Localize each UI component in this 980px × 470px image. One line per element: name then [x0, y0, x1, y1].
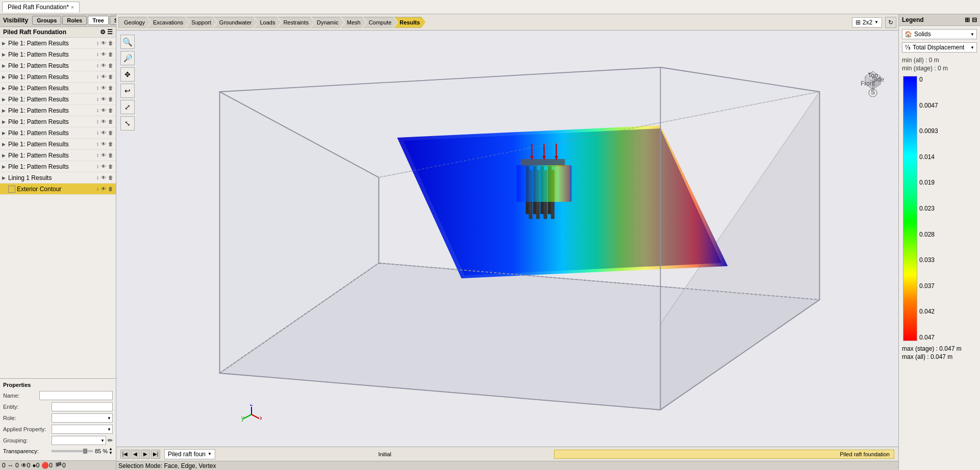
expand-button[interactable]: ⤢: [120, 100, 135, 114]
item-eye-icon[interactable]: 👁: [100, 40, 107, 46]
item-delete-icon[interactable]: 🗑: [108, 40, 114, 46]
tree-item[interactable]: ▶ Pile 1: Pattern Results ↕ 👁 🗑: [0, 116, 116, 127]
slider-thumb[interactable]: [83, 449, 87, 454]
grid-layout-select[interactable]: ⊞ 2x2 ▼: [852, 17, 882, 28]
tree-item[interactable]: ▶ Pile 1: Pattern Results ↕ 👁 🗑: [0, 127, 116, 139]
tree-item[interactable]: ▶ Pile 1: Pattern Results ↕ 👁 🗑: [0, 139, 116, 150]
display-mode-dropdown[interactable]: 🏠 Solids ▼: [902, 29, 977, 39]
item-eye-icon[interactable]: 👁: [100, 51, 107, 57]
item-move-icon[interactable]: ↕: [96, 85, 99, 91]
zoom-in-button[interactable]: 🔍: [120, 35, 135, 49]
transparency-decrement[interactable]: ▼: [109, 451, 113, 455]
tree-item[interactable]: ▶ Lining 1 Results ↕ 👁 🗑: [0, 172, 116, 184]
tree-item[interactable]: ▶ Pile 1: Pattern Results ↕ 👁 🗑: [0, 71, 116, 83]
item-eye-icon[interactable]: 👁: [100, 152, 107, 158]
item-delete-icon[interactable]: 🗑: [108, 119, 114, 124]
document-tab[interactable]: Piled Raft Foundation* ×: [2, 2, 80, 12]
item-move-icon[interactable]: ↕: [96, 119, 99, 124]
tree-item[interactable]: ▶ Pile 1: Pattern Results ↕ 👁 🗑: [0, 105, 116, 116]
workflow-step-loads[interactable]: Loads: [254, 17, 281, 28]
nav-first-button[interactable]: |◀: [120, 450, 130, 459]
item-delete-icon[interactable]: 🗑: [108, 130, 114, 136]
tree-item[interactable]: ▶ Pile 1: Pattern Results ↕ 👁 🗑: [0, 38, 116, 49]
tree-item[interactable]: ▶ Pile 1: Pattern Results ↕ 👁 🗑: [0, 60, 116, 71]
tab-tree[interactable]: Tree: [88, 16, 109, 25]
workflow-step-restraints[interactable]: Restraints: [278, 17, 314, 28]
item-eye-icon[interactable]: 👁: [100, 119, 107, 124]
nav-next-button[interactable]: ▶: [141, 450, 150, 459]
item-delete-icon[interactable]: 🗑: [108, 85, 114, 91]
role-select[interactable]: ▼: [52, 413, 113, 423]
viewport[interactable]: 🔍 🔎 ✥ ↩ ⤢ ⤡: [116, 31, 898, 447]
workflow-step-support[interactable]: Support: [186, 17, 217, 28]
item-delete-icon[interactable]: 🗑: [108, 141, 114, 147]
item-delete-icon[interactable]: 🗑: [108, 186, 114, 192]
workflow-step-groundwater[interactable]: Groundwater: [214, 17, 258, 28]
pan-button[interactable]: ✥: [120, 67, 135, 82]
item-move-icon[interactable]: ↕: [96, 51, 99, 57]
navigation-cube[interactable]: Top Front Side S: [858, 61, 888, 97]
item-delete-icon[interactable]: 🗑: [108, 108, 114, 113]
item-delete-icon[interactable]: 🗑: [108, 152, 114, 158]
item-move-icon[interactable]: ↕: [96, 152, 99, 158]
tree-item[interactable]: ▶ Pile 1: Pattern Results ↕ 👁 🗑: [0, 150, 116, 161]
legend-chart-icon[interactable]: ⊞: [965, 16, 970, 23]
workflow-step-results[interactable]: Results: [394, 17, 425, 28]
item-move-icon[interactable]: ↕: [96, 74, 99, 80]
item-eye-icon[interactable]: 👁: [100, 186, 107, 192]
item-delete-icon[interactable]: 🗑: [108, 63, 114, 68]
legend-settings-icon[interactable]: ⊟: [972, 16, 977, 23]
item-move-icon[interactable]: ↕: [96, 40, 99, 46]
nav-prev-button[interactable]: ◀: [131, 450, 140, 459]
nav-last-button[interactable]: ▶|: [151, 450, 160, 459]
item-delete-icon[interactable]: 🗑: [108, 164, 114, 169]
item-delete-icon[interactable]: 🗑: [108, 51, 114, 57]
item-move-icon[interactable]: ↕: [96, 96, 99, 102]
tree-item[interactable]: ▶ Pile 1: Pattern Results ↕ 👁 🗑: [0, 161, 116, 172]
item-move-icon[interactable]: ↕: [96, 175, 99, 180]
tree-item[interactable]: ▶ Pile 1: Pattern Results ↕ 👁 🗑: [0, 49, 116, 60]
item-move-icon[interactable]: ↕: [96, 164, 99, 169]
applied-prop-select[interactable]: ▼: [52, 425, 113, 434]
item-delete-icon[interactable]: 🗑: [108, 96, 114, 102]
undo-button[interactable]: ↩: [120, 84, 135, 98]
item-move-icon[interactable]: ↕: [96, 186, 99, 192]
phase-selector[interactable]: Piled raft foun ▼: [164, 449, 215, 459]
item-eye-icon[interactable]: 👁: [100, 164, 107, 169]
workflow-step-dynamic[interactable]: Dynamic: [311, 17, 344, 28]
tab-close-button[interactable]: ×: [71, 5, 74, 10]
tree-item[interactable]: ▶ Pile 1: Pattern Results ↕ 👁 🗑: [0, 83, 116, 94]
item-eye-icon[interactable]: 👁: [100, 175, 107, 180]
item-eye-icon[interactable]: 👁: [100, 108, 107, 113]
tab-roles[interactable]: Roles: [62, 16, 87, 25]
workflow-step-mesh[interactable]: Mesh: [341, 17, 366, 28]
tab-groups[interactable]: Groups: [32, 16, 61, 25]
workflow-step-compute[interactable]: Compute: [363, 17, 397, 28]
workflow-step-excavations[interactable]: Excavations: [147, 17, 189, 28]
item-delete-icon[interactable]: 🗑: [108, 175, 114, 180]
workflow-step-geology[interactable]: Geology: [118, 17, 150, 28]
piled-raft-add-icon[interactable]: ☰: [107, 29, 113, 36]
item-eye-icon[interactable]: 👁: [100, 74, 107, 80]
item-move-icon[interactable]: ↕: [96, 130, 99, 136]
item-eye-icon[interactable]: 👁: [100, 96, 107, 102]
exterior-contour-item[interactable]: Exterior Contour ↕ 👁 🗑: [0, 184, 116, 195]
item-move-icon[interactable]: ↕: [96, 141, 99, 147]
item-move-icon[interactable]: ↕: [96, 108, 99, 113]
item-eye-icon[interactable]: 👁: [100, 63, 107, 68]
item-eye-icon[interactable]: 👁: [100, 141, 107, 147]
result-type-dropdown[interactable]: ⁷⁄₃ Total Displacement ▼: [902, 42, 977, 53]
grouping-edit-icon[interactable]: ✏: [108, 437, 113, 444]
transparency-slider[interactable]: [52, 450, 93, 452]
tree-item[interactable]: ▶ Pile 1: Pattern Results ↕ 👁 🗑: [0, 94, 116, 105]
item-delete-icon[interactable]: 🗑: [108, 74, 114, 80]
piled-raft-settings-icon[interactable]: ⚙: [100, 29, 106, 36]
item-eye-icon[interactable]: 👁: [100, 130, 107, 136]
name-input[interactable]: [39, 391, 113, 400]
zoom-out-button[interactable]: 🔎: [120, 51, 135, 65]
fit-button[interactable]: ⤡: [120, 116, 135, 130]
refresh-button[interactable]: ↻: [885, 17, 896, 28]
item-move-icon[interactable]: ↕: [96, 63, 99, 68]
item-eye-icon[interactable]: 👁: [100, 85, 107, 91]
grouping-select[interactable]: ▼: [52, 436, 106, 445]
